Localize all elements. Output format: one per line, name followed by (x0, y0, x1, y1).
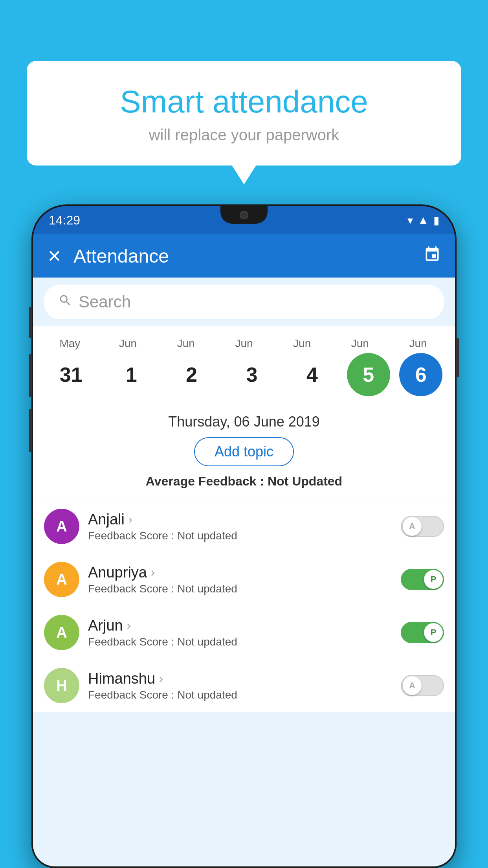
search-bar[interactable]: Search (44, 285, 444, 319)
calendar-section: MayJunJunJunJunJunJun 31123456 (33, 326, 455, 404)
attendance-toggle-3[interactable]: A (401, 675, 444, 696)
calendar-month-6: Jun (393, 337, 444, 350)
date-info-section: Thursday, 06 June 2019 Add topic Average… (33, 404, 455, 500)
toggle-knob-1: P (424, 570, 443, 589)
student-item-1[interactable]: A Anupriya › Feedback Score : Not update… (33, 553, 455, 606)
add-topic-button[interactable]: Add topic (194, 437, 294, 466)
avatar-1: A (44, 562, 79, 597)
calendar-month-0: May (44, 337, 95, 350)
phone-screen: 14:29 ▾ ▲ ▮ ✕ Attendance (33, 206, 455, 866)
side-button-left-3 (29, 409, 32, 452)
bubble-title: Smart attendance (46, 85, 442, 119)
student-feedback-0: Feedback Score : Not updated (88, 530, 392, 542)
student-name-3: Himanshu › (88, 670, 392, 687)
calendar-day-0[interactable]: 31 (46, 353, 97, 396)
side-button-left-2 (29, 354, 32, 397)
avatar-0: A (44, 509, 79, 544)
calendar-month-1: Jun (103, 337, 154, 350)
calendar-day-1[interactable]: 1 (106, 353, 157, 396)
student-item-2[interactable]: A Arjun › Feedback Score : Not updated P (33, 606, 455, 659)
calendar-month-2: Jun (160, 337, 211, 350)
avg-feedback: Average Feedback : Not Updated (41, 474, 447, 493)
student-name-1: Anupriya › (88, 564, 392, 581)
calendar-month-5: Jun (334, 337, 385, 350)
battery-icon: ▮ (433, 214, 439, 227)
avatar-2: A (44, 615, 79, 650)
student-name-2: Arjun › (88, 617, 392, 634)
chevron-icon-3: › (159, 672, 163, 685)
calendar-day-2[interactable]: 2 (166, 353, 217, 396)
side-button-right (456, 338, 459, 377)
speech-bubble: Smart attendance will replace your paper… (27, 61, 461, 166)
side-button-left-1 (29, 307, 32, 338)
calendar-day-5[interactable]: 5 (347, 353, 390, 396)
student-item-3[interactable]: H Himanshu › Feedback Score : Not update… (33, 659, 455, 712)
wifi-icon: ▾ (407, 214, 413, 227)
avg-feedback-value: Not Updated (268, 474, 342, 488)
search-icon (58, 293, 72, 311)
student-info-2: Arjun › Feedback Score : Not updated (88, 617, 392, 648)
student-feedback-2: Feedback Score : Not updated (88, 636, 392, 648)
calendar-day-6[interactable]: 6 (399, 353, 442, 396)
calendar-month-3: Jun (218, 337, 270, 350)
attendance-toggle-2[interactable]: P (401, 622, 444, 643)
toggle-knob-0: A (403, 517, 422, 536)
calendar-day-4[interactable]: 4 (286, 353, 338, 396)
student-feedback-1: Feedback Score : Not updated (88, 583, 392, 595)
student-info-0: Anjali › Feedback Score : Not updated (88, 511, 392, 542)
notch (220, 206, 268, 224)
toggle-knob-2: P (424, 623, 443, 642)
student-feedback-3: Feedback Score : Not updated (88, 689, 392, 701)
chevron-icon-0: › (128, 513, 132, 526)
avatar-3: H (44, 668, 79, 703)
student-info-3: Himanshu › Feedback Score : Not updated (88, 670, 392, 701)
screen-content: Search MayJunJunJunJunJunJun 31123456 Th… (33, 278, 455, 866)
chevron-icon-1: › (151, 566, 155, 579)
app-bar-title: Attendance (73, 245, 412, 267)
status-time: 14:29 (49, 213, 80, 228)
attendance-toggle-0[interactable]: A (401, 516, 444, 537)
avg-feedback-label: Average Feedback : (146, 474, 268, 488)
calendar-months-row: MayJunJunJunJunJunJun (41, 337, 447, 350)
signal-icon: ▲ (418, 214, 429, 226)
student-list: A Anjali › Feedback Score : Not updated … (33, 500, 455, 712)
close-button[interactable]: ✕ (47, 246, 62, 266)
speech-bubble-container: Smart attendance will replace your paper… (27, 61, 461, 166)
calendar-month-4: Jun (277, 337, 328, 350)
bubble-subtitle: will replace your paperwork (46, 126, 442, 144)
phone-frame: 14:29 ▾ ▲ ▮ ✕ Attendance (31, 204, 457, 868)
calendar-dates-row: 31123456 (41, 353, 447, 396)
calendar-icon[interactable] (424, 246, 441, 267)
front-camera (240, 211, 248, 219)
status-bar: 14:29 ▾ ▲ ▮ (33, 206, 455, 234)
chevron-icon-2: › (127, 619, 131, 632)
app-bar: ✕ Attendance (33, 234, 455, 278)
status-icons: ▾ ▲ ▮ (407, 214, 439, 227)
student-info-1: Anupriya › Feedback Score : Not updated (88, 564, 392, 595)
search-container: Search (33, 278, 455, 326)
student-name-0: Anjali › (88, 511, 392, 528)
selected-date: Thursday, 06 June 2019 (41, 414, 447, 430)
calendar-day-3[interactable]: 3 (226, 353, 277, 396)
attendance-toggle-1[interactable]: P (401, 569, 444, 590)
search-input[interactable]: Search (79, 292, 430, 311)
student-item-0[interactable]: A Anjali › Feedback Score : Not updated … (33, 500, 455, 553)
toggle-knob-3: A (403, 676, 422, 695)
